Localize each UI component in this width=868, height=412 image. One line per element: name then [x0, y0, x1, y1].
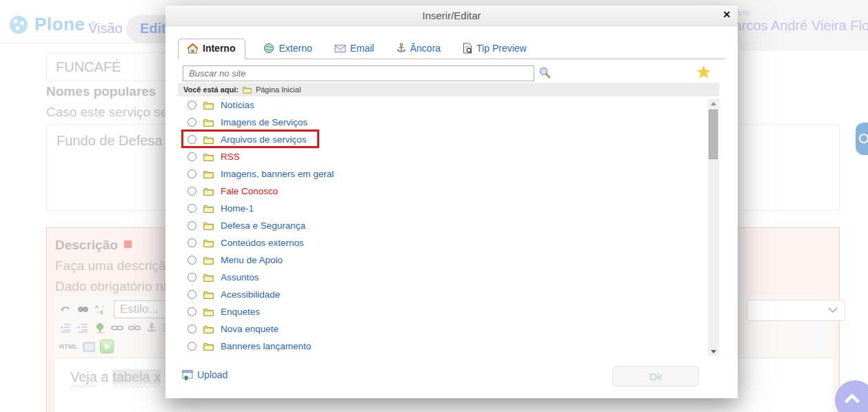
folder-icon [203, 291, 214, 299]
folder-link[interactable]: RSS [221, 152, 240, 162]
globe-icon [263, 43, 274, 54]
folder-row[interactable]: Banneres lançamento [178, 338, 719, 355]
breadcrumb-label: Você está aqui: [183, 85, 239, 94]
folder-radio[interactable] [188, 290, 196, 299]
folder-icon [203, 222, 214, 230]
folder-row[interactable]: Arquivos de serviços [178, 131, 719, 148]
folder-link[interactable]: Menu de Apoio [221, 255, 283, 265]
search-input[interactable] [183, 65, 534, 81]
folder-row[interactable]: Acessibilidade [178, 286, 719, 303]
folder-radio[interactable] [188, 118, 196, 127]
list-scrollbar[interactable] [708, 99, 719, 356]
folder-icon [203, 119, 214, 127]
folder-radio[interactable] [188, 101, 196, 110]
inserir-editar-dialog: Inserir/Editar ✕ Interno Externo Email Â… [165, 6, 738, 398]
folder-row[interactable]: Assuntos [178, 269, 719, 286]
scrollbar-thumb[interactable] [709, 110, 718, 159]
folder-row[interactable]: Conteúdos externos [178, 234, 719, 251]
folder-icon [203, 136, 214, 144]
folder-icon [203, 101, 214, 110]
folder-icon [203, 308, 214, 316]
folder-link[interactable]: Defesa e Segurança [221, 220, 305, 231]
folder-radio[interactable] [188, 307, 196, 316]
tab-tip-preview[interactable]: Tip Preview [463, 39, 527, 59]
folder-link[interactable]: Imagens, banners em geral [221, 169, 334, 179]
ok-button[interactable]: Ok [612, 366, 699, 387]
folder-row[interactable]: Imagens de Serviços [178, 114, 719, 131]
folder-list: Notícias Imagens de Serviços Arquivos de… [178, 96, 719, 358]
folder-icon [203, 205, 214, 213]
folder-link[interactable]: Nova enquete [221, 324, 279, 334]
folder-radio[interactable] [188, 256, 196, 265]
folder-icon [203, 274, 214, 282]
email-icon [334, 44, 346, 53]
folder-link[interactable]: Arquivos de serviços [221, 134, 307, 145]
folder-link[interactable]: Banneres lançamento [221, 341, 311, 351]
dialog-titlebar[interactable]: Inserir/Editar ✕ [165, 6, 738, 26]
folder-link[interactable]: Assuntos [221, 272, 259, 282]
breadcrumb: Você está aqui: Página Inicial [178, 83, 719, 96]
folder-radio[interactable] [188, 152, 196, 161]
folder-radio[interactable] [188, 238, 196, 247]
folder-radio[interactable] [188, 187, 196, 196]
folder-icon [203, 153, 214, 161]
home-icon [187, 43, 199, 54]
search-bar: ★ [183, 65, 551, 81]
folder-icon [203, 170, 214, 178]
folder-link[interactable]: Notícias [221, 100, 254, 110]
folder-row[interactable]: Notícias [178, 96, 719, 114]
folder-row[interactable]: Nova enquete [178, 320, 719, 338]
folder-icon [203, 256, 214, 265]
folder-link[interactable]: Conteúdos externos [221, 238, 304, 248]
document-preview-icon [463, 43, 472, 54]
folder-icon [203, 187, 214, 196]
folder-radio[interactable] [188, 342, 196, 351]
tab-interno[interactable]: Interno [178, 39, 245, 59]
folder-link[interactable]: Home-1 [221, 203, 254, 214]
folder-row[interactable]: Enquetes [178, 303, 719, 320]
upload-icon [182, 370, 194, 380]
folder-row[interactable]: Home-1 [178, 200, 719, 217]
folder-link[interactable]: Imagens de Serviços [221, 117, 307, 127]
anchor-icon [396, 43, 406, 54]
folder-row[interactable]: Menu de Apoio [178, 251, 719, 269]
breadcrumb-home-link[interactable]: Página Inicial [256, 85, 301, 94]
folder-link[interactable]: Enquetes [221, 307, 260, 317]
folder-icon [203, 239, 214, 247]
close-icon[interactable]: ✕ [723, 10, 731, 19]
folder-icon [243, 86, 252, 94]
folder-radio[interactable] [188, 169, 196, 178]
tab-ancora[interactable]: Âncora [396, 39, 441, 59]
folder-radio[interactable] [188, 221, 196, 230]
folder-icon [203, 325, 214, 333]
folder-radio[interactable] [188, 135, 196, 144]
scrollbar-down-arrow-icon[interactable] [708, 347, 719, 356]
folder-link[interactable]: Acessibilidade [221, 289, 280, 300]
folder-radio[interactable] [188, 273, 196, 282]
folder-row[interactable]: Fale Conosco [178, 183, 719, 200]
folder-radio[interactable] [188, 204, 196, 213]
search-icon[interactable] [538, 66, 551, 81]
tab-externo[interactable]: Externo [263, 39, 312, 59]
dialog-tabs: Interno Externo Email Âncora Tip Preview [178, 40, 725, 59]
folder-icon [203, 342, 214, 351]
scrollbar-up-arrow-icon[interactable] [708, 99, 719, 108]
dialog-title: Inserir/Editar [422, 10, 481, 21]
folder-radio[interactable] [188, 325, 196, 333]
folder-link[interactable]: Fale Conosco [221, 186, 278, 196]
folder-row[interactable]: Imagens, banners em geral [178, 165, 719, 183]
folder-row[interactable]: Defesa e Segurança [178, 217, 719, 234]
folder-row[interactable]: RSS [178, 148, 719, 165]
favorites-star-icon[interactable]: ★ [696, 63, 711, 82]
upload-link[interactable]: Upload [182, 369, 228, 380]
tab-email[interactable]: Email [334, 39, 374, 59]
